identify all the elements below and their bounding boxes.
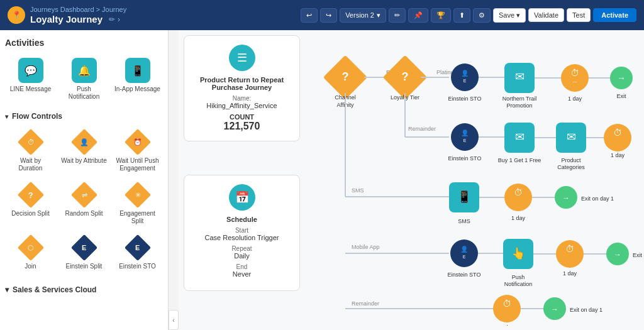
join[interactable]: ⬡ Join <box>5 231 56 274</box>
in-app-message-icon: 📱 <box>125 58 150 83</box>
svg-text:Remainder: Remainder <box>352 300 379 307</box>
svg-text:SMS: SMS <box>458 218 470 224</box>
svg-text:⏱: ⏱ <box>502 299 511 309</box>
sidebar-einstein-sto-icon: E <box>125 235 150 260</box>
trophy-button[interactable]: 🏆 <box>431 8 451 23</box>
activity-line-message[interactable]: 💬 LINE Message <box>5 54 56 104</box>
svg-text:⏱: ⏱ <box>613 128 622 138</box>
app-header: 📍 Journeys Dashboard > Journey Loyalty J… <box>0 0 644 30</box>
svg-text:✉: ✉ <box>515 70 525 83</box>
svg-text:SMS: SMS <box>352 187 364 194</box>
in-app-message-label: In-App Message <box>114 85 160 93</box>
wait-by-attribute-icon: 👤 <box>72 129 97 155</box>
svg-text:→: → <box>562 194 570 202</box>
svg-text:⏱: ⏱ <box>514 187 523 197</box>
wait-by-attribute[interactable]: 👤 Wait by Attribute <box>58 126 109 176</box>
flow-controls-chevron: ▾ <box>5 113 8 120</box>
svg-text:✉: ✉ <box>567 131 576 143</box>
svg-text:👤: 👤 <box>461 69 469 77</box>
svg-text:Exit on day 1: Exit on day 1 <box>633 252 644 258</box>
svg-text:Product: Product <box>561 157 581 163</box>
undo-button[interactable]: ↩ <box>301 8 318 23</box>
svg-text:⏱: ⏱ <box>570 68 579 78</box>
svg-text:E: E <box>464 79 467 83</box>
sidebar-einstein-sto[interactable]: E Einstein STO <box>112 231 163 274</box>
svg-text:E: E <box>464 138 467 143</box>
flow-controls-header[interactable]: ▾ Flow Controls <box>5 112 163 121</box>
schedule-repeat-value: Daily <box>193 252 291 260</box>
schedule-subtitle: Start <box>193 227 291 234</box>
activities-grid: 💬 LINE Message 🔔 Push Notification 📱 In-… <box>5 54 163 104</box>
wait-until-push[interactable]: ⏰ Wait Until Push Engagement <box>112 126 163 176</box>
export-button[interactable]: ⬆ <box>453 8 470 23</box>
engagement-split-icon: ✳ <box>125 182 150 207</box>
flow-diagram: ? Channel Affinity Email ? Loyalty Tier … <box>304 30 644 326</box>
svg-text:Promotion: Promotion <box>506 102 532 109</box>
svg-point-13 <box>451 63 479 91</box>
main-area: Activities 💬 LINE Message 🔔 Push Notific… <box>0 30 644 330</box>
svg-text:✉: ✉ <box>515 131 525 143</box>
svg-text:Mobile App: Mobile App <box>352 244 380 250</box>
header-toolbar: ↩ ↪ Version 2 ▾ ✏ 📌 🏆 ⬆ ⚙ Save▾ Validate… <box>301 8 636 23</box>
version-dropdown-icon: ▾ <box>377 11 380 19</box>
canvas: ☰ Product Return to Repeat Purchase Jour… <box>179 30 644 330</box>
test-button[interactable]: Test <box>567 8 591 22</box>
svg-text:E: E <box>463 255 466 259</box>
svg-text:→: → <box>614 250 621 259</box>
version-label: Version 2 <box>345 11 374 19</box>
schedule-panel: 📅 Schedule Start Case Resolution Trigger… <box>184 175 300 291</box>
sales-chevron: ▾ <box>5 285 9 294</box>
line-message-icon: 💬 <box>18 58 43 83</box>
activate-button[interactable]: Activate <box>593 8 636 22</box>
version-selector[interactable]: Version 2 ▾ <box>340 8 386 23</box>
svg-text:1 day: 1 day <box>511 215 526 221</box>
random-split[interactable]: ⇌ Random Split <box>58 179 109 229</box>
svg-text:Exit on day 1: Exit on day 1 <box>581 195 614 202</box>
sidebar: Activities 💬 LINE Message 🔔 Push Notific… <box>0 30 169 330</box>
settings-button[interactable]: ⚙ <box>473 8 491 23</box>
redo-button[interactable]: ↪ <box>320 8 337 23</box>
journey-count-value: 121,570 <box>193 121 291 132</box>
decision-split-icon: ? <box>18 182 43 207</box>
journey-info-panel: ☰ Product Return to Repeat Purchase Jour… <box>184 35 300 141</box>
page-title: Loyalty Journey <box>30 14 103 25</box>
svg-text:⏱: ⏱ <box>565 244 574 254</box>
pencil-button[interactable]: ✏ <box>389 8 406 23</box>
activity-in-app-message[interactable]: 📱 In-App Message <box>112 54 163 104</box>
nav-arrow: › <box>118 15 120 24</box>
svg-text:Northern Trail: Northern Trail <box>502 96 537 102</box>
engagement-split[interactable]: ✳ Engagement Split <box>112 179 163 229</box>
svg-text:👤: 👤 <box>461 129 469 137</box>
sidebar-collapse-button[interactable]: ‹ <box>169 310 179 330</box>
schedule-end-label: End <box>193 263 291 270</box>
svg-text:Remainder: Remainder <box>408 126 436 132</box>
svg-text:Categories: Categories <box>557 164 585 170</box>
svg-text:👤: 👤 <box>460 245 469 253</box>
schedule-trigger: Case Resolution Trigger <box>193 234 291 241</box>
validate-button[interactable]: Validate <box>528 8 564 22</box>
pin-button[interactable]: 📌 <box>408 8 428 23</box>
journey-name-label: Name: <box>193 95 291 102</box>
schedule-repeat-label: Repeat <box>193 245 291 252</box>
svg-text:→: → <box>551 305 558 314</box>
svg-text:👆: 👆 <box>511 246 526 260</box>
svg-text:Einstein STO: Einstein STO <box>448 155 482 162</box>
svg-text:1 day: 1 day <box>500 324 514 326</box>
wait-by-duration[interactable]: ⏱ Wait by Duration <box>5 126 56 176</box>
edit-icon[interactable]: ✏ <box>109 15 115 24</box>
sales-services-section[interactable]: ▾ Sales & Services Cloud <box>5 282 163 298</box>
svg-point-34 <box>451 123 479 151</box>
push-notification-icon: 🔔 <box>72 58 97 83</box>
activity-push-notification[interactable]: 🔔 Push Notification <box>58 54 109 104</box>
svg-text:1 day: 1 day <box>611 152 625 158</box>
random-split-icon: ⇌ <box>72 182 97 207</box>
breadcrumb: Journeys Dashboard > Journey <box>30 6 126 13</box>
svg-text:📱: 📱 <box>457 190 472 204</box>
journey-count-label: COUNT <box>193 113 291 121</box>
svg-text:Exit on day 1: Exit on day 1 <box>570 307 602 313</box>
schedule-panel-title: Schedule <box>193 216 291 223</box>
save-button[interactable]: Save▾ <box>493 8 526 23</box>
line-message-label: LINE Message <box>10 85 52 93</box>
einstein-split[interactable]: E Einstein Split <box>58 231 109 274</box>
decision-split[interactable]: ? Decision Split <box>5 179 56 229</box>
